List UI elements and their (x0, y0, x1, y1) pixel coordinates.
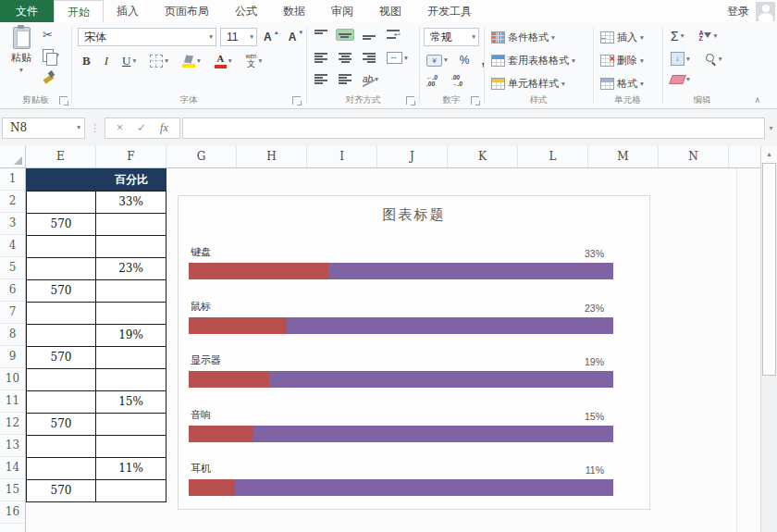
collapse-ribbon-button[interactable]: ∧ (754, 95, 760, 105)
cell-f5[interactable]: 23% (96, 258, 166, 280)
align-top-button[interactable] (312, 29, 330, 41)
cell-f3[interactable] (96, 214, 166, 236)
insert-cells-button[interactable]: 插入▾ (598, 30, 647, 45)
cell-f9[interactable] (96, 347, 166, 369)
align-center-button[interactable] (336, 52, 354, 64)
phonetic-guide-button[interactable]: wén文▾ (242, 53, 265, 69)
column-header-I[interactable]: I (307, 146, 377, 167)
column-header-L[interactable]: L (518, 146, 588, 167)
cell-styles-button[interactable]: 单元格样式▾ (488, 76, 568, 92)
dialog-launcher-icon[interactable] (292, 96, 301, 105)
percent-style-button[interactable]: % (457, 53, 473, 68)
scrollbar-thumb[interactable] (762, 163, 776, 376)
name-box[interactable]: N8 ▾ (2, 118, 85, 139)
dialog-launcher-icon[interactable] (406, 96, 414, 105)
font-color-button[interactable]: A▾ (212, 53, 235, 69)
select-all-corner[interactable] (0, 146, 26, 167)
paste-button[interactable]: 粘贴 ▾ (5, 27, 38, 93)
cell-f11[interactable]: 15% (96, 391, 166, 414)
sort-filter-button[interactable]: AZ▾ (696, 30, 720, 43)
align-left-button[interactable] (312, 52, 330, 64)
cell-e1[interactable] (26, 168, 96, 191)
borders-button[interactable]: ▾ (147, 54, 171, 68)
row-header-11[interactable]: 11 (0, 390, 25, 413)
cell-e3[interactable]: 570 (26, 214, 96, 236)
tab-审阅[interactable]: 审阅 (318, 0, 366, 22)
shrink-font-button[interactable]: A▼ (286, 30, 307, 44)
delete-cells-button[interactable]: 删除▾ (598, 53, 647, 68)
cut-button[interactable]: ✂ (40, 28, 62, 42)
avatar-icon[interactable] (756, 2, 775, 21)
cell-f2[interactable]: 33% (96, 192, 166, 214)
row-header-7[interactable]: 7 (0, 302, 25, 324)
fill-button[interactable]: ↓▾ (668, 51, 693, 67)
font-size-select[interactable]: 11 ▾ (220, 28, 257, 46)
row-header-2[interactable]: 2 (0, 191, 25, 213)
tab-视图[interactable]: 视图 (366, 0, 414, 22)
cell-e12[interactable]: 570 (26, 414, 96, 436)
format-painter-button[interactable] (40, 69, 62, 83)
cell-f15[interactable] (96, 480, 166, 502)
number-format-select[interactable]: 常规 ▾ (424, 28, 479, 46)
dialog-launcher-icon[interactable] (59, 96, 68, 105)
tab-页面布局[interactable]: 页面布局 (152, 0, 222, 22)
copy-button[interactable]: ▾ (40, 48, 62, 63)
cell-e11[interactable] (26, 391, 96, 414)
cell-f8[interactable]: 19% (96, 325, 166, 347)
chart-title[interactable]: 图表标题 (179, 206, 649, 224)
column-header-N[interactable]: N (659, 146, 729, 167)
column-header-M[interactable]: M (588, 146, 659, 167)
decrease-decimal-button[interactable]: .00→.0 (449, 74, 465, 88)
enter-button[interactable]: ✓ (137, 121, 146, 134)
cell-e13[interactable] (26, 436, 96, 458)
cell-e7[interactable] (26, 303, 96, 325)
grow-font-button[interactable]: A▲ (261, 30, 282, 44)
row-header-12[interactable]: 12 (0, 413, 25, 435)
column-header-E[interactable]: E (26, 146, 96, 167)
scroll-up-icon[interactable]: ▲ (761, 146, 777, 164)
cell-e6[interactable]: 570 (26, 280, 96, 303)
format-as-table-button[interactable]: 套用表格格式▾ (488, 53, 578, 68)
sign-in[interactable]: 登录 (727, 0, 777, 22)
sheet-grid[interactable]: 百分比 33%57023%57019%57015%57011%570 图表标题 … (26, 168, 760, 532)
wrap-text-button[interactable] (384, 29, 402, 41)
conditional-formatting-button[interactable]: 条件格式▾ (488, 30, 558, 45)
row-header-15[interactable]: 15 (0, 479, 25, 501)
column-header-K[interactable]: K (448, 146, 518, 167)
tab-file[interactable]: 文件 (0, 0, 54, 22)
cell-e14[interactable] (26, 458, 96, 480)
row-header-1[interactable]: 1 (0, 168, 25, 191)
align-bottom-button[interactable] (360, 29, 378, 41)
cell-e10[interactable] (26, 369, 96, 391)
row-header-9[interactable]: 9 (0, 346, 25, 368)
column-header-H[interactable]: H (237, 146, 307, 167)
vertical-scrollbar[interactable]: ▲ (760, 146, 777, 532)
align-middle-button[interactable] (336, 29, 354, 41)
cell-f12[interactable] (96, 414, 166, 436)
row-header-6[interactable]: 6 (0, 279, 25, 302)
cell-e9[interactable]: 570 (26, 347, 96, 369)
font-family-select[interactable]: 宋体 ▾ (78, 28, 216, 46)
cell-e8[interactable] (26, 325, 96, 347)
cell-e2[interactable] (26, 192, 96, 214)
cell-f7[interactable] (96, 303, 166, 325)
cell-f13[interactable] (96, 436, 166, 458)
cell-e15[interactable]: 570 (26, 480, 96, 502)
align-right-button[interactable] (360, 52, 378, 64)
merge-center-button[interactable]: ▾ (384, 51, 411, 65)
tab-公式[interactable]: 公式 (222, 0, 270, 22)
accounting-format-button[interactable]: ¥▾ (424, 54, 450, 68)
cell-f14[interactable]: 11% (96, 458, 166, 480)
row-header-14[interactable]: 14 (0, 457, 25, 479)
tab-开发工具[interactable]: 开发工具 (414, 0, 485, 22)
format-cells-button[interactable]: 格式▾ (598, 76, 647, 92)
increase-decimal-button[interactable]: ←.0.00 (424, 74, 440, 88)
underline-button[interactable]: U▾ (119, 53, 139, 69)
row-header-13[interactable]: 13 (0, 435, 25, 457)
cell-f10[interactable] (96, 369, 166, 391)
cancel-button[interactable]: × (117, 121, 123, 134)
fill-color-button[interactable]: ▾ (179, 55, 204, 68)
cell-e4[interactable] (26, 236, 96, 258)
bold-button[interactable]: B (80, 53, 93, 69)
tab-数据[interactable]: 数据 (270, 0, 318, 22)
